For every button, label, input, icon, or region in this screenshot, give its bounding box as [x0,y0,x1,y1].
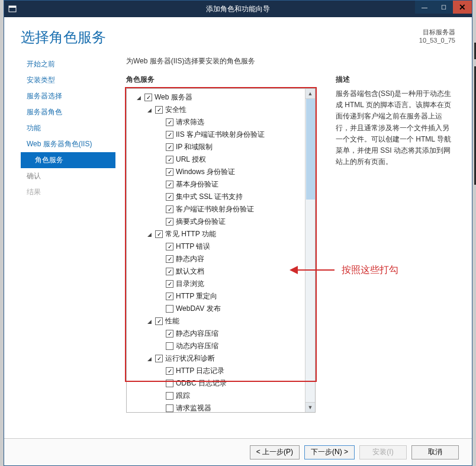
tree-checkbox[interactable]: ✓ [166,280,173,288]
tree-node[interactable]: ✓HTTP 日志记录 [128,365,314,377]
expand-toggle-icon[interactable]: ◢ [146,107,153,114]
tree-checkbox[interactable]: ✓ [155,355,163,362]
role-services-tree[interactable]: ◢✓Web 服务器◢✓安全性✓请求筛选✓IIS 客户端证书映射身份验证✓IP 和… [126,88,316,413]
scroll-down-button[interactable]: ▼ [305,402,315,412]
tree-node-label: 默认文档 [176,266,204,277]
tree-checkbox[interactable]: ✓ [166,330,173,338]
scroll-track[interactable] [305,99,315,402]
tree-node[interactable]: 请求监视器 [128,402,314,413]
sidebar-item[interactable]: 功能 [21,120,115,136]
tree-checkbox[interactable] [166,392,173,400]
expand-spacer [156,181,163,188]
tree-node[interactable]: ◢✓安全性 [128,104,314,116]
next-button[interactable]: 下一步(N) > [304,445,355,459]
tree-node[interactable]: ✓默认文档 [128,265,314,278]
tree-node[interactable]: ✓请求筛选 [128,116,314,128]
tree-node[interactable]: ✓客户端证书映射身份验证 [128,203,314,216]
tree-checkbox[interactable]: ✓ [166,255,173,263]
titlebar: 添加角色和功能向导 — ☐ ✕ [4,1,472,17]
tree-checkbox[interactable] [166,380,173,387]
expand-spacer [156,293,163,300]
page-subtitle: 为Web 服务器(IIS)选择要安装的角色服务 [126,52,460,75]
scroll-thumb[interactable] [306,99,315,200]
expand-spacer [156,243,163,250]
tree-node[interactable]: ✓静态内容 [128,253,314,265]
sidebar-item[interactable]: 角色服务 [21,152,115,168]
tree-checkbox[interactable]: ✓ [166,367,173,375]
tree-node[interactable]: 跟踪 [128,390,314,402]
sidebar-item[interactable]: 安装类型 [21,72,115,88]
tree-checkbox[interactable]: ✓ [166,205,173,213]
tree-node[interactable]: ✓摘要式身份验证 [128,216,314,228]
expand-spacer [156,268,163,275]
sidebar-item[interactable]: 服务器选择 [21,88,115,104]
tree-checkbox[interactable]: ✓ [166,293,173,300]
tree-node[interactable]: ✓IIS 客户端证书映射身份验证 [128,128,314,141]
tree-node[interactable]: ✓静态内容压缩 [128,327,314,340]
tree-checkbox[interactable]: ✓ [144,94,152,101]
tree-scrollbar[interactable]: ▲ ▼ [305,89,315,412]
expand-spacer [156,330,163,338]
tree-checkbox[interactable]: ✓ [155,317,163,325]
tree-node[interactable]: ✓Windows 身份验证 [128,166,314,178]
expand-toggle-icon[interactable]: ◢ [146,318,153,325]
expand-spacer [156,206,163,213]
tree-node[interactable]: ✓HTTP 错误 [128,240,314,253]
tree-checkbox[interactable]: ✓ [166,218,173,226]
tree-checkbox[interactable]: ✓ [166,181,173,188]
tree-checkbox[interactable]: ✓ [166,143,173,151]
tree-node-label: 安全性 [165,105,186,115]
tree-node[interactable]: ◢✓性能 [128,315,314,327]
page-title: 选择角色服务 [21,28,455,47]
expand-toggle-icon[interactable]: ◢ [146,231,153,238]
tree-checkbox[interactable]: ✓ [166,193,173,201]
tree-node[interactable]: ◢✓Web 服务器 [128,91,314,104]
tree-node[interactable]: ◢✓常见 HTTP 功能 [128,228,314,240]
tree-node-label: 摘要式身份验证 [176,217,226,227]
tree-node-label: 常见 HTTP 功能 [165,229,216,239]
tree-node[interactable]: ✓目录浏览 [128,278,314,290]
sidebar-item[interactable]: 开始之前 [21,56,115,72]
install-button[interactable]: 安装(I) [359,445,407,459]
tree-checkbox[interactable]: ✓ [166,156,173,163]
tree-node[interactable]: ✓集中式 SSL 证书支持 [128,191,314,203]
tree-checkbox[interactable]: ✓ [155,106,163,114]
tree-node[interactable]: ✓基本身份验证 [128,178,314,191]
maximize-button[interactable]: ☐ [434,1,453,14]
cancel-button[interactable]: 取消 [411,445,459,459]
tree-checkbox[interactable] [166,305,173,313]
tree-checkbox[interactable]: ✓ [166,118,173,126]
tree-node[interactable]: WebDAV 发布 [128,303,314,315]
tree-node[interactable]: ✓HTTP 重定向 [128,290,314,303]
tree-checkbox[interactable]: ✓ [166,131,173,139]
tree-node[interactable]: ODBC 日志记录 [128,377,314,390]
tree-node[interactable]: ◢✓运行状况和诊断 [128,352,314,365]
expand-spacer [156,343,163,350]
tree-node-label: HTTP 错误 [176,242,210,252]
expand-spacer [156,380,163,387]
tree-node[interactable]: ✓URL 授权 [128,153,314,166]
expand-spacer [156,119,163,126]
expand-spacer [156,131,163,139]
tree-node-label: 目录浏览 [176,279,204,289]
tree-checkbox[interactable] [166,404,173,412]
tree-checkbox[interactable]: ✓ [166,268,173,275]
sidebar-item[interactable]: 服务器角色 [21,104,115,120]
tree-checkbox[interactable]: ✓ [155,230,163,238]
tree-node[interactable]: 动态内容压缩 [128,340,314,352]
close-button[interactable]: ✕ [453,1,472,14]
scroll-up-button[interactable]: ▲ [305,89,315,99]
tree-checkbox[interactable]: ✓ [166,243,173,250]
sidebar-item[interactable]: Web 服务器角色(IIS) [21,136,115,152]
expand-toggle-icon[interactable]: ◢ [146,355,153,362]
tree-checkbox[interactable] [166,342,173,350]
sidebar-item: 结果 [21,184,115,200]
expand-toggle-icon[interactable]: ◢ [135,94,142,101]
tree-node[interactable]: ✓IP 和域限制 [128,141,314,153]
expand-spacer [156,393,163,400]
tree-node-label: 性能 [165,316,179,326]
tree-node-label: 运行状况和诊断 [165,353,215,364]
previous-button[interactable]: < 上一步(P) [250,445,300,459]
minimize-button[interactable]: — [415,1,434,14]
tree-checkbox[interactable]: ✓ [166,168,173,176]
